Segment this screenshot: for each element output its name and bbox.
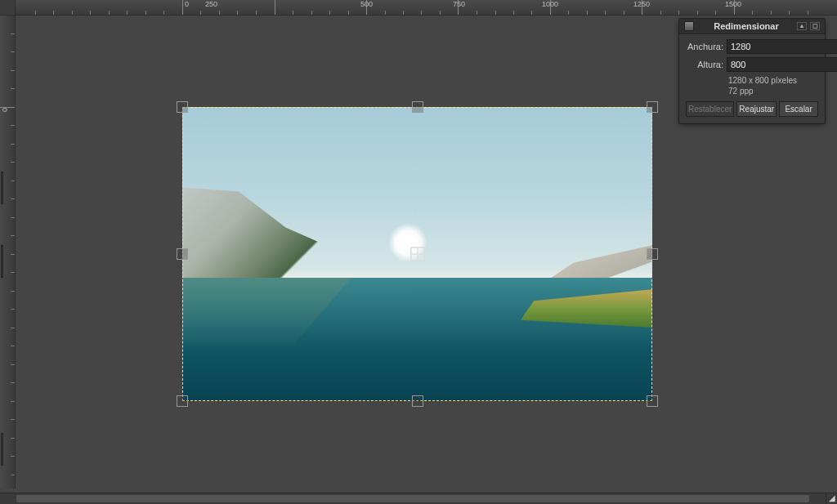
ruler-tick-label: 1000 <box>540 0 558 8</box>
transform-center-icon[interactable] <box>410 247 425 261</box>
image-canvas[interactable] <box>182 107 652 401</box>
height-label: Altura: <box>686 60 723 69</box>
dimensions-info: 1280 x 800 píxeles <box>728 75 818 86</box>
panel-detach-icon[interactable]: ◻ <box>810 22 820 30</box>
resize-handle-nw[interactable] <box>177 101 188 113</box>
resize-handle-w[interactable] <box>177 248 188 260</box>
width-label: Anchura: <box>686 42 723 51</box>
panel-collapse-icon[interactable]: ▴ <box>797 22 807 30</box>
ruler-tick-label: 1250 <box>632 0 650 8</box>
ruler-horizontal[interactable]: 0 250 500 750 1000 1250 1500 <box>16 0 837 16</box>
width-input[interactable]: ▲ ▼ <box>727 39 837 54</box>
ruler-tick-label: 500 <box>359 0 373 8</box>
ruler-origin-corner[interactable] <box>0 0 16 16</box>
ruler-tick-label: 250 <box>204 0 217 8</box>
ruler-tick-label: 1500 <box>723 0 741 8</box>
resize-handle-e[interactable] <box>647 248 658 260</box>
readjust-button[interactable]: Reajustar <box>736 101 777 117</box>
ruler-tick-label: 0 <box>183 0 189 8</box>
resize-panel: Redimensionar ▴ ◻ Anchura: ▲ ▼ Altura: <box>678 18 826 124</box>
side-marker <box>1 172 3 204</box>
resize-handle-s[interactable] <box>412 395 423 407</box>
scale-button[interactable]: Escalar <box>779 101 818 117</box>
width-field[interactable] <box>727 40 837 53</box>
height-input[interactable]: ▲ ▼ <box>727 57 837 72</box>
ruler-tick-label: 0 <box>1 108 9 112</box>
ppi-info: 72 ppp <box>728 86 818 96</box>
height-field[interactable] <box>727 58 837 71</box>
ruler-tick-label: 750 <box>451 0 465 8</box>
scrollbar-horizontal[interactable] <box>0 493 826 504</box>
resize-tool-icon <box>684 21 694 31</box>
resize-handle-ne[interactable] <box>647 101 658 113</box>
navigator-corner-icon[interactable]: ◢ <box>826 493 837 504</box>
side-marker <box>1 433 3 466</box>
resize-handle-n[interactable] <box>412 101 423 113</box>
panel-title: Redimensionar <box>699 21 794 31</box>
panel-titlebar[interactable]: Redimensionar ▴ ◻ <box>679 19 825 34</box>
resize-handle-se[interactable] <box>647 395 658 407</box>
resize-handle-sw[interactable] <box>177 395 188 407</box>
side-marker <box>1 245 3 278</box>
scrollbar-thumb[interactable] <box>16 495 809 502</box>
reset-button[interactable]: Restablecer <box>686 101 734 117</box>
